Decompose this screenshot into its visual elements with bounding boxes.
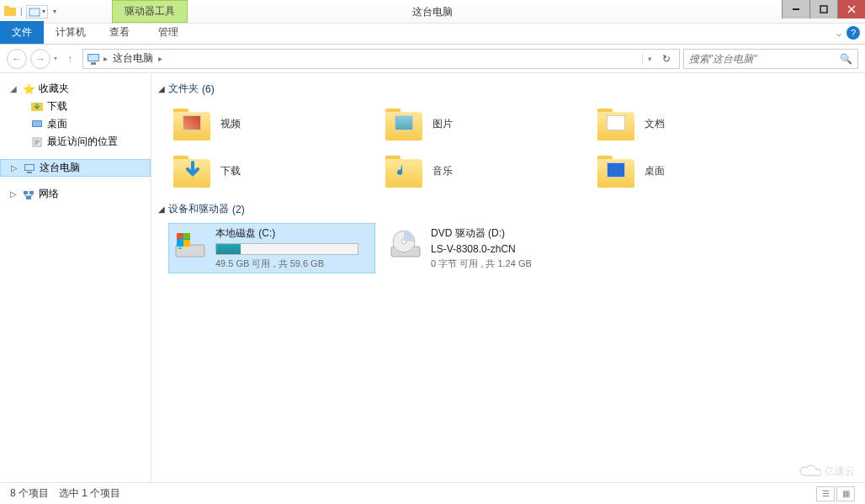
folder-label: 视频 — [220, 117, 241, 131]
folder-label: 图片 — [432, 117, 453, 131]
help-button[interactable]: ? — [846, 26, 860, 40]
tree-label: 最近访问的位置 — [47, 135, 118, 149]
desktop-icon — [30, 118, 44, 131]
content-pane: ◢ 文件夹 (6) 视频 图片 文档 下载 音乐 桌面 ◢ 设备和驱动器 (2)… — [151, 73, 865, 482]
tree-downloads[interactable]: 下载 — [0, 98, 151, 115]
folder-music[interactable]: 音乐 — [380, 150, 584, 192]
folder-icon — [173, 154, 210, 188]
main-area: ◢⭐收藏夹 下载 桌面 最近访问的位置 ▷这台电脑 ▷网络 ◢ 文件夹 (6) … — [0, 73, 865, 482]
folder-label: 桌面 — [645, 164, 665, 178]
location-icon — [87, 52, 100, 66]
navigation-bar: ← → ▾ ↑ ▸ 这台电脑 ▸ ▾↻ 🔍 — [0, 45, 865, 73]
folder-icon — [385, 154, 422, 188]
ribbon-expand-icon[interactable]: ⌵ — [836, 29, 841, 38]
drive-local-c[interactable]: 本地磁盘 (C:) 49.5 GB 可用 , 共 59.6 GB — [168, 223, 375, 273]
folder-icon — [385, 107, 422, 141]
folder-desktop[interactable]: 桌面 — [592, 150, 796, 192]
svg-rect-24 — [183, 233, 190, 239]
drive-detail: 49.5 GB 可用 , 共 59.6 GB — [215, 257, 372, 270]
svg-rect-1 — [4, 6, 9, 8]
recent-icon — [30, 135, 44, 149]
folder-label: 下载 — [220, 164, 241, 178]
svg-rect-17 — [24, 191, 28, 194]
folder-pictures[interactable]: 图片 — [380, 103, 584, 145]
refresh-button[interactable]: ↻ — [662, 53, 671, 65]
view-icons-button[interactable]: ▦ — [836, 486, 855, 501]
tree-label: 这台电脑 — [40, 161, 80, 175]
drive-dvd-d[interactable]: DVD 驱动器 (D:) LS-V-8308.0-zhCN 0 字节 可用 , … — [384, 223, 591, 273]
group-folders-header[interactable]: ◢ 文件夹 (6) — [158, 82, 858, 96]
tree-favorites[interactable]: ◢⭐收藏夹 — [0, 80, 151, 98]
dropdown-icon[interactable]: ▾ — [648, 55, 652, 63]
star-icon: ⭐ — [22, 82, 35, 96]
svg-rect-19 — [26, 196, 31, 199]
tree-desktop[interactable]: 桌面 — [0, 115, 151, 133]
svg-rect-4 — [820, 6, 827, 13]
svg-rect-0 — [4, 8, 16, 16]
group-count: (2) — [232, 204, 245, 215]
group-count: (6) — [202, 83, 215, 95]
view-details-button[interactable]: ☰ — [816, 486, 835, 501]
svg-rect-26 — [183, 240, 190, 247]
maximize-button[interactable] — [809, 0, 837, 19]
forward-button[interactable]: → — [30, 49, 50, 69]
tab-view[interactable]: 查看 — [98, 21, 141, 44]
properties-button[interactable]: ▾ — [26, 5, 48, 19]
collapse-icon: ◢ — [158, 204, 165, 214]
folder-downloads[interactable]: 下载 — [168, 150, 372, 192]
minimize-button[interactable] — [782, 0, 809, 19]
history-dropdown[interactable]: ▾ — [54, 55, 57, 62]
svg-rect-15 — [25, 165, 34, 170]
svg-rect-8 — [88, 55, 98, 61]
drive-name: DVD 驱动器 (D:) — [431, 226, 587, 241]
status-bar: 8 个项目 选中 1 个项目 ☰ ▦ — [0, 482, 865, 504]
status-selection: 选中 1 个项目 — [59, 486, 120, 501]
folder-documents[interactable]: 文档 — [592, 103, 796, 145]
address-bar[interactable]: ▸ 这台电脑 ▸ ▾↻ — [82, 49, 680, 69]
tree-label: 网络 — [39, 187, 59, 201]
window-title: 这台电脑 — [412, 0, 453, 24]
drive-volume-label: LS-V-8308.0-zhCN — [431, 243, 587, 255]
group-label: 文件夹 — [168, 82, 199, 96]
download-icon — [30, 100, 44, 114]
tree-recent[interactable]: 最近访问的位置 — [0, 133, 151, 151]
tab-computer[interactable]: 计算机 — [44, 21, 98, 44]
collapse-icon: ◢ — [158, 84, 165, 93]
tab-manage[interactable]: 管理 — [146, 21, 190, 44]
hdd-icon — [172, 226, 209, 263]
svg-rect-20 — [176, 245, 204, 257]
status-item-count: 8 个项目 — [10, 486, 49, 501]
search-input[interactable] — [689, 53, 840, 65]
tree-network[interactable]: ▷网络 — [0, 185, 151, 203]
group-devices-header[interactable]: ◢ 设备和驱动器 (2) — [158, 202, 858, 216]
folder-videos[interactable]: 视频 — [168, 103, 372, 145]
svg-rect-9 — [91, 62, 96, 65]
tree-label: 桌面 — [47, 117, 67, 131]
back-button[interactable]: ← — [7, 49, 27, 69]
tree-label: 下载 — [47, 99, 67, 114]
qat-separator: | — [20, 7, 23, 16]
folder-icon — [597, 107, 634, 141]
svg-rect-18 — [29, 191, 34, 194]
navigation-pane: ◢⭐收藏夹 下载 桌面 最近访问的位置 ▷这台电脑 ▷网络 — [0, 73, 151, 482]
close-button[interactable] — [837, 0, 865, 19]
tree-this-pc[interactable]: ▷这台电脑 — [0, 159, 151, 177]
search-icon[interactable]: 🔍 — [840, 53, 852, 65]
breadcrumb-sep: ▸ — [158, 54, 162, 63]
breadcrumb-location[interactable]: 这台电脑 — [111, 51, 155, 66]
svg-rect-23 — [177, 233, 183, 239]
drive-detail: 0 字节 可用 , 共 1.24 GB — [431, 257, 587, 270]
svg-rect-21 — [178, 247, 182, 249]
folder-label: 文档 — [645, 117, 665, 131]
svg-rect-25 — [177, 240, 183, 247]
window-controls — [782, 0, 865, 19]
qat-customize[interactable]: ▾ — [51, 8, 58, 15]
contextual-tab-label: 驱动器工具 — [112, 0, 188, 23]
search-box[interactable]: 🔍 — [683, 49, 858, 69]
folder-icon — [173, 107, 210, 141]
tab-file[interactable]: 文件 — [0, 21, 44, 44]
tree-label: 收藏夹 — [39, 82, 69, 96]
folder-icon — [597, 154, 634, 188]
svg-rect-12 — [33, 121, 41, 126]
up-button[interactable]: ↑ — [61, 50, 79, 68]
